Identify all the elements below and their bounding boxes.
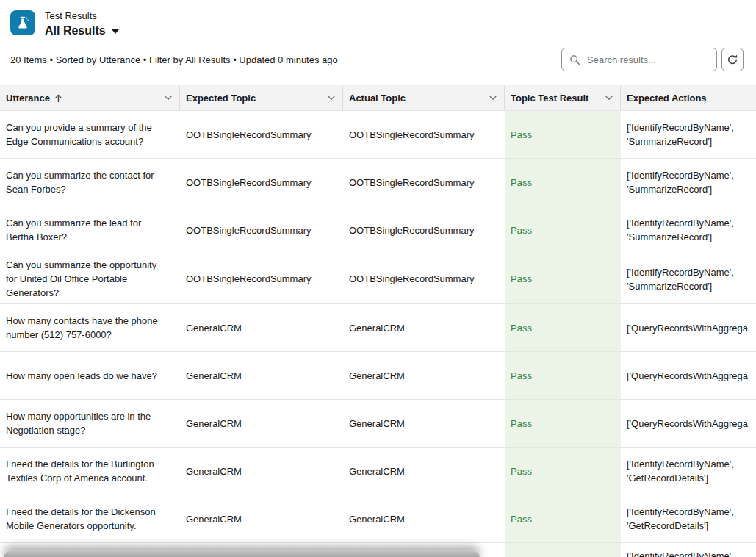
pass-badge: Pass	[511, 321, 532, 335]
cell-utterance: Can you summarize the opportunity for Un…	[0, 254, 180, 303]
cell-expected-actions: ['QueryRecordsWithAggrega	[621, 352, 756, 399]
results-table: Utterance Expected Topic Actual Topic	[0, 85, 756, 557]
chevron-down-icon[interactable]	[326, 93, 336, 103]
cell-topic-test-result: Pass	[505, 206, 621, 254]
cell-expected-topic: GeneralCRM	[180, 400, 343, 447]
cell-expected-actions: ['IdentifyRecordByName'	[621, 543, 756, 557]
cell-expected-topic: GeneralCRM	[180, 304, 343, 351]
chevron-down-icon[interactable]	[488, 93, 498, 103]
cell-expected-actions: ['IdentifyRecordByName', 'GetRecordDetai…	[621, 448, 756, 495]
cell-expected-topic: OOTBSingleRecordSummary	[180, 206, 343, 254]
table-row[interactable]: Can you summarize the lead for Bertha Bo…	[0, 206, 756, 254]
table-row[interactable]: I need the details for the Burlington Te…	[0, 448, 756, 495]
cell-topic-test-result: Pass	[505, 495, 621, 542]
cell-expected-topic: GeneralCRM	[180, 495, 343, 542]
pass-badge: Pass	[511, 128, 532, 142]
search-icon	[569, 54, 580, 65]
cell-topic-test-result: Pass	[505, 111, 621, 158]
cell-actual-topic: OOTBSingleRecordSummary	[343, 254, 505, 303]
cell-actual-topic: GeneralCRM	[343, 400, 505, 447]
table-row[interactable]: How many open leads do we have? GeneralC…	[0, 352, 756, 400]
table-row[interactable]: How many contacts have the phone number …	[0, 304, 756, 352]
cell-utterance: I need the details for the Dickenson Mob…	[0, 495, 180, 542]
cell-actual-topic: GeneralCRM	[343, 448, 505, 495]
chevron-down-icon[interactable]	[604, 93, 614, 103]
cell-expected-topic: GeneralCRM	[180, 448, 343, 495]
cell-expected-topic: OOTBSingleRecordSummary	[180, 111, 343, 158]
list-view-name: All Results	[45, 24, 106, 37]
cell-actual-topic: GeneralCRM	[343, 495, 505, 542]
column-label: Actual Topic	[349, 93, 406, 104]
column-label: Utterance	[6, 93, 50, 104]
cell-topic-test-result	[505, 543, 621, 557]
column-header-actual-topic[interactable]: Actual Topic	[343, 85, 505, 110]
pass-badge: Pass	[511, 464, 532, 478]
cell-expected-actions: ['IdentifyRecordByName', 'SummarizeRecor…	[621, 159, 756, 206]
cell-utterance: How many contacts have the phone number …	[0, 304, 180, 351]
table-body: Can you provide a summary of the Edge Co…	[0, 111, 756, 557]
pass-badge: Pass	[511, 417, 532, 431]
table-row[interactable]: I need the details for the Dickenson Mob…	[0, 495, 756, 543]
cell-expected-topic: OOTBSingleRecordSummary	[180, 159, 343, 206]
pass-badge: Pass	[511, 272, 532, 286]
cell-expected-actions: ['IdentifyRecordByName', 'GetRecordDetai…	[621, 495, 756, 542]
cell-expected-actions: ['QueryRecordsWithAggrega	[621, 400, 756, 447]
cell-topic-test-result: Pass	[505, 400, 621, 447]
chevron-down-icon[interactable]	[163, 93, 173, 103]
page-header: Test Results All Results 20 Items • Sort…	[0, 0, 756, 71]
cell-actual-topic: GeneralCRM	[343, 352, 505, 399]
caret-down-icon	[112, 29, 119, 34]
pass-badge: Pass	[511, 176, 532, 190]
test-results-flask-icon	[10, 10, 35, 35]
cell-topic-test-result: Pass	[505, 448, 621, 495]
test-results-page: Test Results All Results 20 Items • Sort…	[0, 0, 756, 557]
cell-utterance: Can you summarize the lead for Bertha Bo…	[0, 206, 180, 254]
table-row[interactable]: Can you summarize the contact for Sean F…	[0, 159, 756, 206]
cell-expected-topic: OOTBSingleRecordSummary	[180, 254, 343, 303]
cell-actual-topic: OOTBSingleRecordSummary	[343, 159, 505, 206]
cell-utterance: Can you provide a summary of the Edge Co…	[0, 111, 180, 158]
docked-panel-edge[interactable]	[4, 550, 480, 557]
list-view-selector[interactable]: All Results	[45, 24, 119, 37]
refresh-icon	[727, 54, 738, 65]
column-label: Expected Topic	[186, 93, 256, 104]
list-summary: 20 Items • Sorted by Utterance • Filter …	[10, 54, 338, 65]
cell-actual-topic: OOTBSingleRecordSummary	[343, 206, 505, 254]
entity-label: Test Results	[45, 10, 119, 22]
column-label: Expected Actions	[627, 93, 707, 104]
cell-utterance: How many opportunities are in the Negoti…	[0, 400, 180, 447]
pass-badge: Pass	[511, 369, 532, 383]
cell-actual-topic: OOTBSingleRecordSummary	[343, 111, 505, 158]
search-input[interactable]	[562, 48, 716, 71]
cell-expected-actions: ['IdentifyRecordByName', 'SummarizeRecor…	[621, 206, 756, 254]
cell-topic-test-result: Pass	[505, 254, 621, 303]
sort-ascending-icon	[54, 93, 62, 103]
cell-utterance: Can you summarize the contact for Sean F…	[0, 159, 180, 206]
table-header-row: Utterance Expected Topic Actual Topic	[0, 85, 756, 111]
cell-topic-test-result: Pass	[505, 304, 621, 351]
cell-utterance: I need the details for the Burlington Te…	[0, 448, 180, 495]
column-header-expected-topic[interactable]: Expected Topic	[180, 85, 343, 110]
column-header-expected-actions[interactable]: Expected Actions	[621, 85, 756, 110]
cell-utterance: How many open leads do we have?	[0, 352, 180, 399]
list-toolbar: 20 Items • Sorted by Utterance • Filter …	[10, 48, 744, 71]
cell-expected-actions: ['QueryRecordsWithAggrega	[621, 304, 756, 351]
pass-badge: Pass	[511, 223, 532, 237]
search-box	[561, 48, 717, 71]
column-header-utterance[interactable]: Utterance	[0, 85, 180, 110]
refresh-button[interactable]	[721, 48, 744, 71]
cell-expected-actions: ['IdentifyRecordByName', 'SummarizeRecor…	[621, 111, 756, 158]
pass-badge: Pass	[511, 512, 532, 526]
cell-topic-test-result: Pass	[505, 352, 621, 399]
table-row[interactable]: How many opportunities are in the Negoti…	[0, 400, 756, 448]
cell-actual-topic: GeneralCRM	[343, 304, 505, 351]
column-label: Topic Test Result	[511, 93, 588, 104]
cell-topic-test-result: Pass	[505, 159, 621, 206]
table-row[interactable]: Can you summarize the opportunity for Un…	[0, 254, 756, 304]
column-header-topic-test-result[interactable]: Topic Test Result	[505, 85, 621, 110]
table-row[interactable]: Can you provide a summary of the Edge Co…	[0, 111, 756, 159]
cell-expected-topic: GeneralCRM	[180, 352, 343, 399]
cell-expected-actions: ['IdentifyRecordByName', 'SummarizeRecor…	[621, 254, 756, 303]
